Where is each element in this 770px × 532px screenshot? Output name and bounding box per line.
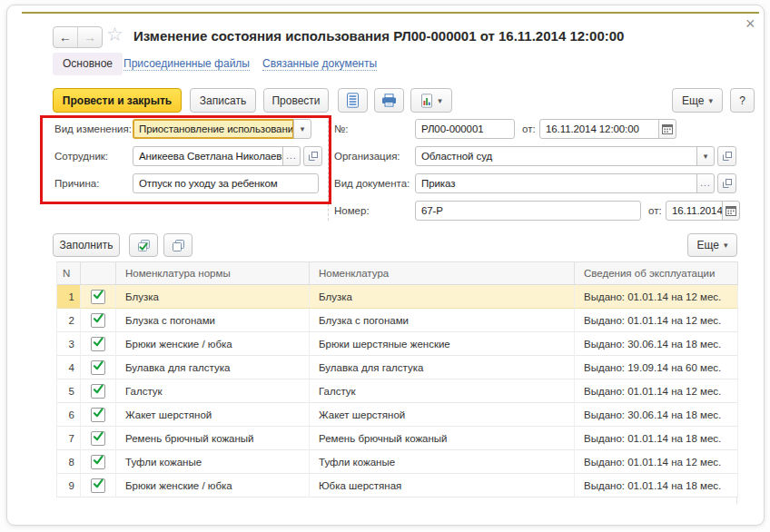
column-separator: [328, 121, 329, 221]
table-row[interactable]: 2Блузка с погонамиБлузка с погонамиВыдан…: [57, 309, 738, 332]
row-number: 5: [57, 379, 81, 403]
datetime-field[interactable]: 16.11.2014 12:00:00: [539, 119, 676, 139]
row-checkbox-cell: [81, 309, 116, 332]
kind-combobox[interactable]: Приостановление использования ▾: [133, 119, 311, 139]
save-button[interactable]: Записать: [190, 88, 256, 113]
chevron-down-icon: ▾: [704, 152, 708, 161]
header-nomenclature[interactable]: Номенклатура: [310, 262, 575, 285]
cell-nomenclature: Галстук: [310, 379, 575, 403]
header-checkbox[interactable]: [81, 262, 116, 285]
table-row[interactable]: 6Жакет шерстянойЖакет шерстянойВыдано: 3…: [57, 403, 738, 427]
cell-nomenclature: Блузка с погонами: [310, 309, 575, 332]
table-row[interactable]: 1БлузкаБлузкаВыдано: 01.01.14 на 12 мес.: [57, 285, 738, 309]
table-row[interactable]: 4Булавка для галстукаБулавка для галстук…: [57, 356, 738, 379]
row-number: 9: [57, 474, 81, 498]
post-button[interactable]: Провести: [263, 88, 329, 113]
print-report-menu-button[interactable]: ▾: [410, 88, 452, 113]
app-window: ← → ☆ Изменение состояния использования …: [0, 0, 770, 532]
row-checkbox[interactable]: [91, 431, 105, 446]
document-list-icon: [346, 93, 360, 108]
organization-dropdown-button[interactable]: ▾: [696, 146, 715, 166]
employee-value[interactable]: Аникеева Светлана Николаевна: [133, 146, 283, 166]
table-row[interactable]: 7Ремень брючный кожаныйРемень брючный ко…: [57, 427, 738, 450]
reason-value[interactable]: Отпуск по уходу за ребенком: [133, 173, 319, 193]
header-usage-info[interactable]: Сведения об эксплуатации: [575, 262, 738, 285]
favorite-star-icon[interactable]: ☆: [106, 24, 123, 45]
check-icon: [92, 478, 104, 490]
print-button[interactable]: [374, 88, 404, 113]
doc-number-field[interactable]: 67-Р: [415, 201, 641, 221]
organization-value[interactable]: Областной суд: [415, 146, 697, 166]
table-row[interactable]: 3Брюки женские / юбкаБрюки шерстяные жен…: [57, 332, 738, 356]
number-field[interactable]: РЛ00-000001: [415, 119, 515, 139]
cell-usage-info: Выдано: 01.01.14 на 18 мес.: [575, 474, 738, 498]
more-button[interactable]: Еще ▾: [672, 88, 723, 113]
doc-date-field[interactable]: 16.11.2014: [666, 201, 740, 221]
cell-nomenclature: Ремень брючный кожаный: [310, 427, 575, 450]
cell-usage-info: Выдано: 01.01.14 на 12 мес.: [575, 285, 738, 309]
doc-number-label: Номер:: [334, 201, 370, 221]
check-all-button[interactable]: [129, 233, 158, 257]
table-more-button[interactable]: Еще ▾: [687, 233, 737, 257]
fill-button[interactable]: Заполнить: [53, 233, 120, 257]
cell-nomenclature: Юбка шерстяная: [310, 474, 575, 498]
calendar-icon: [662, 123, 673, 134]
doc-type-value[interactable]: Приказ: [415, 173, 697, 193]
doc-date-value[interactable]: 16.11.2014: [666, 201, 723, 221]
cell-nomenclature-norm: Галстук: [116, 379, 310, 403]
printer-icon: [381, 94, 397, 107]
cell-nomenclature: Булавка для галстука: [310, 356, 575, 379]
header-nomenclature-norm[interactable]: Номенклатура нормы: [116, 262, 310, 285]
row-checkbox[interactable]: [91, 384, 105, 399]
row-checkbox[interactable]: [91, 337, 105, 351]
close-icon[interactable]: ×: [745, 15, 755, 34]
forward-button[interactable]: →: [77, 27, 102, 47]
row-checkbox[interactable]: [91, 455, 105, 469]
row-checkbox-cell: [81, 474, 116, 498]
number-value[interactable]: РЛ00-000001: [415, 119, 515, 139]
kind-value[interactable]: Приостановление использования: [133, 119, 294, 139]
row-checkbox[interactable]: [91, 360, 105, 375]
row-checkbox[interactable]: [91, 313, 105, 328]
help-button[interactable]: ?: [730, 88, 755, 113]
employee-open-button[interactable]: [303, 146, 322, 166]
datetime-value[interactable]: 16.11.2014 12:00:00: [539, 119, 659, 139]
table-row[interactable]: 5ГалстукГалстукВыдано: 01.01.14 на 12 ме…: [57, 379, 738, 403]
items-table: N Номенклатура нормы Номенклатура Сведен…: [56, 261, 738, 498]
row-checkbox[interactable]: [91, 408, 105, 422]
employee-field[interactable]: Аникеева Светлана Николаевна ...: [133, 146, 322, 166]
organization-combobox[interactable]: Областной суд ▾: [415, 146, 736, 166]
check-icon: [92, 336, 104, 349]
back-button[interactable]: ←: [54, 27, 77, 47]
tab-attached-files[interactable]: Присоединенные файлы: [123, 57, 250, 71]
tab-main[interactable]: Основное: [53, 53, 123, 75]
reason-field[interactable]: Отпуск по уходу за ребенком: [133, 173, 319, 193]
check-icon: [92, 454, 104, 467]
datetime-calendar-button[interactable]: [658, 119, 676, 139]
uncheck-all-button[interactable]: [163, 233, 192, 257]
row-checkbox[interactable]: [91, 290, 105, 304]
document-structure-button[interactable]: [338, 88, 368, 113]
header-n[interactable]: N: [57, 262, 81, 285]
cell-nomenclature-norm: Брюки женские / юбка: [116, 474, 310, 498]
kind-label: Вид изменения:: [54, 119, 132, 139]
organization-label: Организация:: [334, 146, 400, 166]
post-and-close-button[interactable]: Провести и закрыть: [53, 88, 182, 113]
employee-choose-button[interactable]: ...: [282, 146, 301, 166]
doc-number-value[interactable]: 67-Р: [415, 201, 641, 221]
doc-date-calendar-button[interactable]: [722, 201, 740, 221]
table-row[interactable]: 8Туфли кожаныеТуфли кожаныеВыдано: 01.01…: [57, 450, 738, 474]
table-row[interactable]: 9Брюки женские / юбкаЮбка шерстянаяВыдан…: [57, 474, 738, 498]
row-checkbox-cell: [81, 285, 116, 309]
organization-open-button[interactable]: [717, 146, 736, 166]
cell-nomenclature-norm: Ремень брючный кожаный: [116, 427, 310, 450]
row-checkbox[interactable]: [91, 478, 105, 493]
doc-type-choose-button[interactable]: ...: [696, 173, 715, 193]
cell-usage-info: Выдано: 01.01.14 на 12 мес.: [575, 309, 738, 332]
doc-type-open-button[interactable]: [717, 173, 736, 193]
kind-dropdown-button[interactable]: ▾: [293, 119, 311, 139]
tab-related-documents[interactable]: Связанные документы: [262, 57, 377, 71]
doc-type-field[interactable]: Приказ ...: [415, 173, 736, 193]
check-icon: [92, 383, 104, 396]
row-checkbox-cell: [81, 379, 116, 403]
